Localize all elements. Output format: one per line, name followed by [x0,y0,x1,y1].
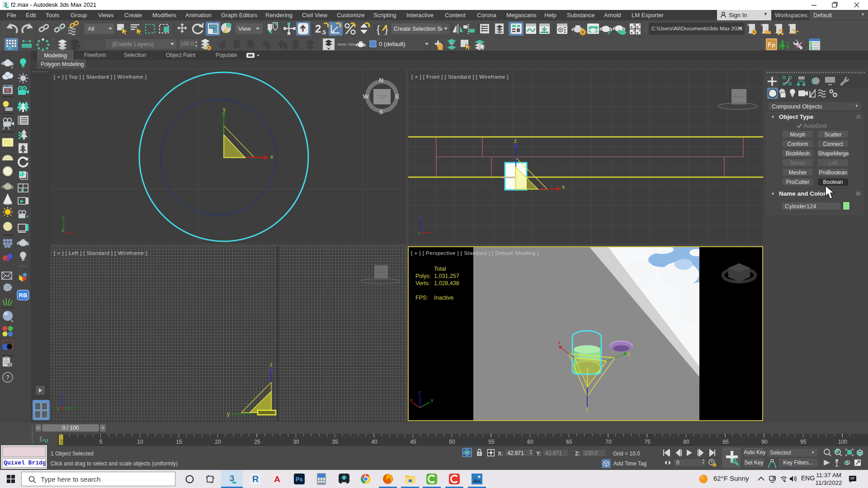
svg-text:z: z [270,361,273,368]
svg-text:3: 3 [230,474,235,483]
svg-text:R: R [252,474,259,484]
svg-text:y: y [62,215,65,220]
svg-text:E: E [395,93,399,100]
svg-text:View: View [238,25,251,32]
svg-text:1,031,257: 1,031,257 [434,273,459,279]
svg-text:y: y [227,411,230,417]
svg-text:x: x [558,339,561,346]
svg-text:2: 2 [315,23,321,35]
svg-text:y: y [418,230,420,235]
svg-text:F: F [768,41,772,48]
svg-text:100.0: 100.0 [180,41,194,47]
svg-text:z: z [60,389,63,395]
svg-text:z: z [585,407,588,413]
svg-text:x: x [562,184,565,190]
svg-text:All: All [88,25,94,32]
svg-text:W: W [363,93,369,100]
svg-text:S: S [379,108,383,115]
svg-text:C:\Users\Ali\Documents\3ds Max: C:\Users\Ali\Documents\3ds Max 2021 [651,25,743,32]
svg-text:A: A [8,44,12,51]
svg-text:y: y [223,106,226,113]
svg-text:z: z [419,214,421,220]
svg-text:z: z [418,389,421,395]
svg-text:Create Selection Se: Create Selection Se [394,26,444,32]
svg-text:x: x [270,154,274,160]
svg-text:Total: Total [434,266,446,272]
svg-text:0 (default): 0 (default) [379,41,406,47]
svg-text:Ps: Ps [296,476,303,483]
svg-text:?: ? [6,374,10,381]
svg-text:{: { [377,23,380,35]
svg-text:P: P [772,43,775,49]
svg-text:TOP: TOP [377,94,387,99]
svg-text:1,028,438: 1,028,438 [434,280,459,286]
svg-text:LEFT: LEFT [377,270,386,274]
svg-text:x: x [410,397,413,403]
svg-text:z: z [514,138,517,144]
svg-text:Polys:: Polys: [415,273,431,279]
svg-text:FPS:: FPS: [415,295,428,301]
svg-text:A: A [274,474,280,484]
svg-text:Verts:: Verts: [415,280,430,286]
svg-text:RB: RB [19,292,28,299]
svg-text:y: y [431,397,434,403]
svg-text:y: y [627,351,630,357]
svg-text:.5: .5 [321,29,326,36]
svg-text:FRONT: FRONT [732,95,745,99]
svg-text:N: N [379,77,383,84]
svg-text:Inactive: Inactive [434,295,453,301]
svg-text:(Enable Layers): (Enable Layers) [112,41,154,47]
svg-text:y: y [57,405,60,411]
svg-text:z: z [61,228,64,233]
